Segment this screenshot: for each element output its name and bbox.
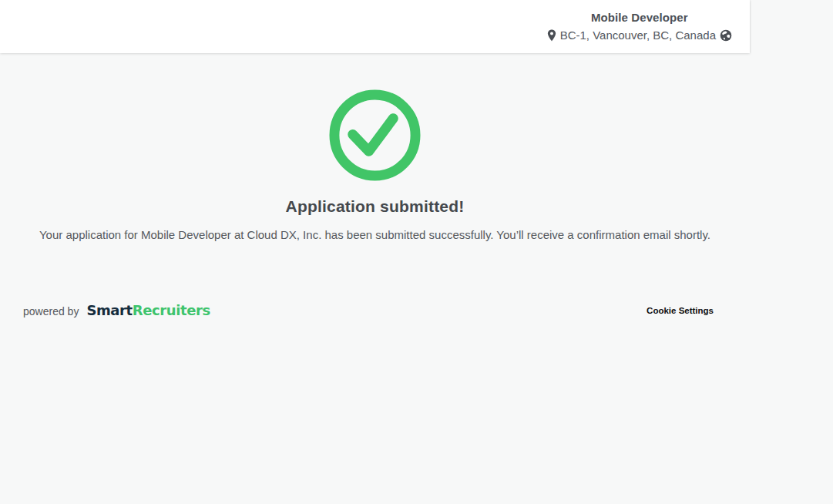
job-location-text: BC-1, Vancouver, BC, Canada bbox=[560, 29, 716, 42]
location-pin-icon bbox=[547, 29, 556, 42]
confirmation-message: Your application for Mobile Developer at… bbox=[0, 227, 750, 243]
job-location-row: BC-1, Vancouver, BC, Canada bbox=[547, 29, 732, 42]
cookie-settings-button[interactable]: Cookie Settings bbox=[647, 304, 714, 317]
logo-smart-text: Smart bbox=[86, 302, 132, 318]
confirmation-heading: Application submitted! bbox=[0, 197, 750, 216]
check-circle-icon bbox=[0, 89, 750, 184]
powered-by-label: powered by bbox=[23, 305, 79, 318]
powered-by-link[interactable]: powered by SmartRecruiters bbox=[23, 302, 210, 318]
globe-icon bbox=[720, 29, 732, 42]
confirmation-section: Application submitted! Your application … bbox=[0, 89, 750, 243]
job-header: Mobile Developer BC-1, Vancouver, BC, Ca… bbox=[0, 0, 750, 53]
page-container: Mobile Developer BC-1, Vancouver, BC, Ca… bbox=[0, 0, 750, 318]
logo-recruiters-text: Recruiters bbox=[133, 302, 210, 318]
smartrecruiters-logo: SmartRecruiters bbox=[86, 302, 210, 318]
job-header-content: Mobile Developer BC-1, Vancouver, BC, Ca… bbox=[547, 0, 732, 42]
footer: powered by SmartRecruiters Cookie Settin… bbox=[0, 302, 750, 318]
job-title: Mobile Developer bbox=[591, 10, 688, 25]
